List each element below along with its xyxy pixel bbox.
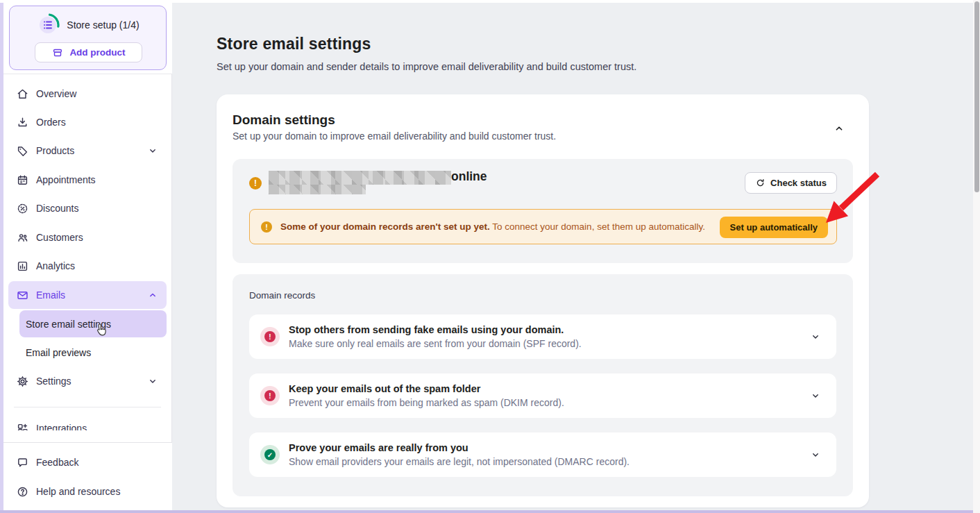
domain-warning-banner: ! Some of your domain records aren't set… xyxy=(249,209,837,244)
domain-name: online xyxy=(267,171,496,196)
sidebar-item-appointments[interactable]: Appointments xyxy=(8,166,167,194)
banner-text-bold: Some of your domain records aren't set u… xyxy=(280,221,490,232)
page-scrollbar[interactable] xyxy=(973,0,980,513)
record-row-spf[interactable]: ! Stop others from sending fake emails u… xyxy=(249,314,836,359)
sidebar-item-customers[interactable]: Customers xyxy=(8,224,167,251)
sidebar-item-help[interactable]: Help and resources xyxy=(8,478,167,505)
sidebar-item-analytics[interactable]: Analytics xyxy=(8,252,167,280)
calendar-icon xyxy=(15,173,29,187)
top-edge xyxy=(0,0,980,3)
banner-warning-icon: ! xyxy=(261,221,272,233)
error-status-icon: ! xyxy=(260,327,280,346)
discount-badge-icon xyxy=(15,201,29,215)
chevron-down-icon[interactable] xyxy=(810,449,821,460)
redacted-domain-block xyxy=(269,171,451,185)
record-subtitle: Make sure only real emails are sent from… xyxy=(289,338,582,349)
record-title: Keep your emails out of the spam folder xyxy=(289,383,564,394)
sidebar-item-label: Emails xyxy=(36,289,65,301)
store-setup-panel: Store setup (1/4) Add product xyxy=(3,3,172,74)
check-status-label: Check status xyxy=(770,178,827,188)
collapse-chevron-up-icon[interactable] xyxy=(833,122,845,135)
sidebar-item-label: Help and resources xyxy=(36,486,120,497)
record-row-dkim[interactable]: ! Keep your emails out of the spam folde… xyxy=(249,373,836,418)
sidebar-item-label: Feedback xyxy=(36,457,78,468)
page-title: Store email settings xyxy=(217,35,371,53)
add-product-button[interactable]: Add product xyxy=(35,42,142,62)
mouse-cursor-icon xyxy=(93,322,108,340)
customers-icon xyxy=(15,230,29,244)
chevron-down-icon[interactable] xyxy=(810,331,821,342)
domain-records-title: Domain records xyxy=(249,290,315,301)
sidebar-item-settings[interactable]: Settings xyxy=(8,367,167,395)
sidebar-item-feedback[interactable]: Feedback xyxy=(8,448,167,476)
chevron-down-icon xyxy=(147,145,158,156)
store-setup-progress-icon xyxy=(36,13,60,37)
error-status-icon: ! xyxy=(260,386,280,405)
feedback-bubble-icon xyxy=(15,455,29,469)
banner-text: Some of your domain records aren't set u… xyxy=(280,221,705,232)
integrations-icon xyxy=(15,421,29,430)
redacted-domain-block xyxy=(269,185,366,194)
set-up-automatically-button[interactable]: Set up automatically xyxy=(720,217,828,238)
bottom-edge xyxy=(0,510,980,513)
chevron-down-icon[interactable] xyxy=(810,390,821,401)
sidebar-item-label: Analytics xyxy=(36,260,75,271)
domain-suffix: online xyxy=(451,169,487,184)
sidebar-item-label: Integrations xyxy=(36,423,87,430)
domain-records-panel: Domain records ! Stop others from sendin… xyxy=(233,274,853,496)
gear-icon xyxy=(15,374,29,388)
sidebar-item-products[interactable]: Products xyxy=(8,137,167,165)
sidebar-item-label: Settings xyxy=(36,376,71,387)
sidebar-item-emails[interactable]: Emails xyxy=(8,281,167,309)
tag-icon xyxy=(15,144,29,158)
domain-row: ! online Check status xyxy=(249,171,837,196)
app-background: Store setup (1/4) Add product xyxy=(0,0,980,513)
page-subtitle: Set up your domain and sender details to… xyxy=(217,61,636,72)
record-title: Prove your emails are really from you xyxy=(289,442,630,453)
add-product-label: Add product xyxy=(69,47,125,58)
sidebar-item-label: Products xyxy=(36,145,74,156)
analytics-icon xyxy=(15,259,29,273)
product-box-icon xyxy=(51,47,64,59)
domain-warning-icon: ! xyxy=(249,177,262,190)
check-status-button[interactable]: Check status xyxy=(745,172,837,194)
orders-icon xyxy=(15,115,29,129)
sidebar-item-discounts[interactable]: Discounts xyxy=(8,194,167,222)
card-title: Domain settings xyxy=(233,112,335,128)
sidebar-divider xyxy=(14,407,161,407)
sidebar-item-label: Overview xyxy=(36,88,76,99)
help-circle-icon xyxy=(15,485,29,498)
store-setup-card: Store setup (1/4) Add product xyxy=(9,6,167,70)
left-edge xyxy=(0,0,3,513)
sidebar-footer: Feedback Help and resources xyxy=(3,442,172,513)
sidebar-nav: Overview Orders Products xyxy=(3,75,172,430)
banner-text-normal: To connect your domain, set them up auto… xyxy=(492,221,705,232)
store-setup-label: Store setup (1/4) xyxy=(67,19,139,31)
sidebar-item-label: Customers xyxy=(36,232,83,243)
record-title: Stop others from sending fake emails usi… xyxy=(289,324,582,335)
record-subtitle: Prevent your emails from being marked as… xyxy=(289,397,564,408)
sidebar-item-label: Orders xyxy=(36,117,66,128)
main-content: Store email settings Set up your domain … xyxy=(173,3,973,513)
subitem-label: Email previews xyxy=(26,347,91,358)
envelope-icon xyxy=(15,288,29,302)
record-row-dmarc[interactable]: ✓ Prove your emails are really from you … xyxy=(249,432,836,477)
record-subtitle: Show email providers your emails are leg… xyxy=(289,456,630,467)
success-status-icon: ✓ xyxy=(260,445,280,464)
sidebar-subitem-email-previews[interactable]: Email previews xyxy=(19,339,167,366)
domain-status-panel: ! online Check status ! xyxy=(233,159,853,263)
refresh-icon xyxy=(755,178,766,188)
sidebar-item-orders[interactable]: Orders xyxy=(8,108,167,136)
chevron-up-icon xyxy=(147,289,158,301)
sidebar-item-overview[interactable]: Overview xyxy=(8,80,167,108)
scrollbar-thumb[interactable] xyxy=(974,1,979,192)
chevron-down-icon xyxy=(147,376,158,387)
sidebar-item-label: Appointments xyxy=(36,174,96,185)
sidebar-item-integrations[interactable]: Integrations xyxy=(8,414,167,430)
domain-settings-card: Domain settings Set up your domain to im… xyxy=(217,94,869,507)
sidebar: Store setup (1/4) Add product xyxy=(3,0,172,513)
card-subtitle: Set up your domain to improve email deli… xyxy=(233,131,556,142)
sidebar-item-label: Discounts xyxy=(36,203,78,214)
home-icon xyxy=(15,87,29,101)
